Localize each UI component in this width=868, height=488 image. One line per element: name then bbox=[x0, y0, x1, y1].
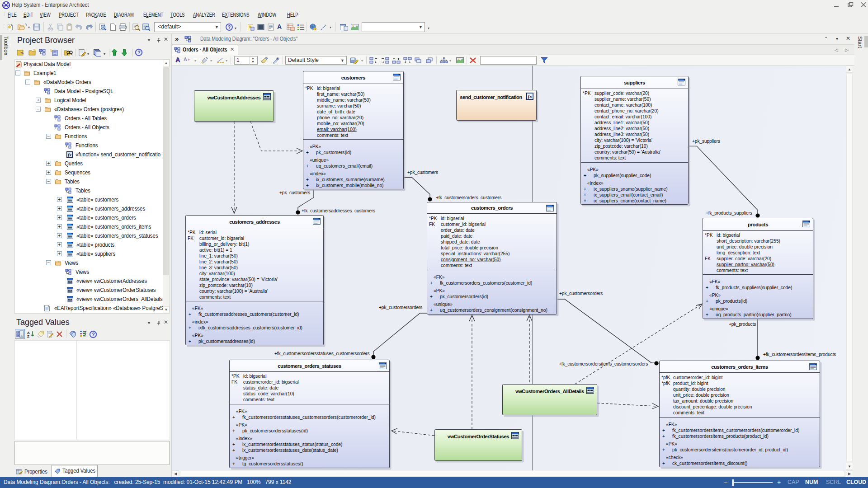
svg-text:Z: Z bbox=[27, 334, 29, 338]
svg-text:?: ? bbox=[228, 25, 231, 30]
svg-text:?: ? bbox=[92, 332, 94, 337]
svg-text:fx: fx bbox=[68, 152, 71, 157]
svg-text:fx: fx bbox=[528, 94, 533, 99]
svg-text:?: ? bbox=[137, 50, 140, 55]
